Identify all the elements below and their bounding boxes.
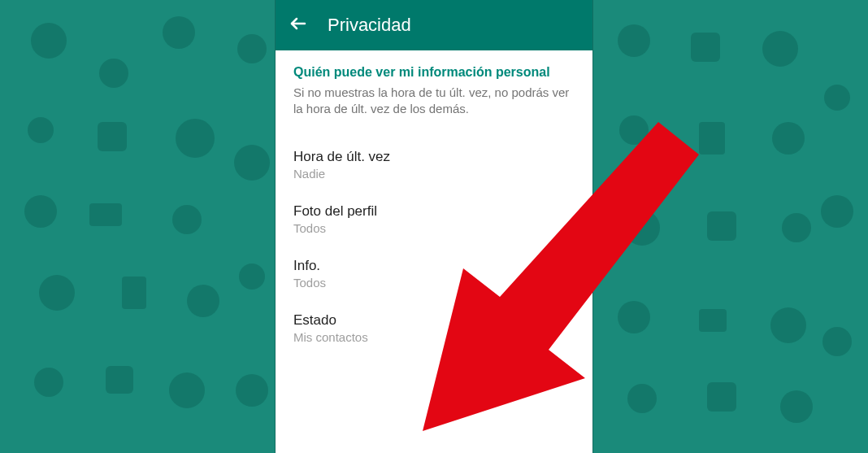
svg-point-11 xyxy=(187,285,219,317)
svg-point-17 xyxy=(239,264,265,290)
phone-screen: Privacidad Quién puede ver mi informació… xyxy=(276,0,592,453)
svg-point-6 xyxy=(176,119,215,158)
svg-point-25 xyxy=(624,210,660,246)
section-header: Quién puede ver mi información personal xyxy=(293,65,575,80)
svg-point-4 xyxy=(28,117,54,143)
svg-point-31 xyxy=(627,384,657,413)
svg-rect-13 xyxy=(106,366,133,394)
svg-point-33 xyxy=(780,390,813,423)
svg-point-22 xyxy=(619,115,649,145)
back-arrow-icon[interactable] xyxy=(289,14,308,37)
svg-point-27 xyxy=(782,213,811,242)
svg-point-3 xyxy=(163,16,195,49)
svg-rect-10 xyxy=(122,277,146,309)
setting-profile-photo[interactable]: Foto del perfil Todos xyxy=(293,192,575,246)
svg-point-2 xyxy=(99,59,128,88)
svg-rect-32 xyxy=(707,382,736,412)
setting-status[interactable]: Estado Mis contactos xyxy=(293,301,575,355)
setting-value: Nadie xyxy=(293,167,575,181)
svg-rect-29 xyxy=(699,309,727,332)
svg-point-9 xyxy=(39,275,75,311)
svg-point-36 xyxy=(822,327,852,356)
svg-rect-20 xyxy=(691,33,720,62)
toolbar-title: Privacidad xyxy=(328,15,411,36)
svg-point-12 xyxy=(34,368,63,397)
svg-point-35 xyxy=(821,195,853,228)
settings-content: Quién puede ver mi información personal … xyxy=(276,50,592,355)
svg-point-28 xyxy=(618,301,650,333)
svg-point-1 xyxy=(31,23,67,59)
svg-point-30 xyxy=(770,307,806,343)
svg-point-16 xyxy=(234,145,270,181)
setting-value: Todos xyxy=(293,276,575,290)
setting-label: Info. xyxy=(293,258,575,274)
svg-point-34 xyxy=(824,85,850,111)
setting-last-seen[interactable]: Hora de últ. vez Nadie xyxy=(293,137,575,192)
setting-label: Foto del perfil xyxy=(293,203,575,220)
svg-point-18 xyxy=(236,374,268,407)
toolbar: Privacidad xyxy=(276,0,592,50)
setting-label: Hora de últ. vez xyxy=(293,149,575,165)
setting-info[interactable]: Info. Todos xyxy=(293,246,575,301)
setting-label: Estado xyxy=(293,312,575,329)
svg-point-24 xyxy=(772,122,805,155)
setting-value: Mis contactos xyxy=(293,330,575,344)
svg-point-19 xyxy=(618,24,650,57)
svg-rect-26 xyxy=(707,211,736,241)
section-description: Si no muestras la hora de tu últ. vez, n… xyxy=(293,85,575,118)
svg-rect-23 xyxy=(699,122,725,155)
svg-point-14 xyxy=(169,372,205,408)
svg-point-8 xyxy=(172,205,202,234)
svg-rect-7 xyxy=(89,203,122,226)
svg-point-21 xyxy=(762,31,798,67)
svg-point-15 xyxy=(237,34,267,63)
setting-value: Todos xyxy=(293,221,575,235)
svg-rect-5 xyxy=(98,122,127,151)
